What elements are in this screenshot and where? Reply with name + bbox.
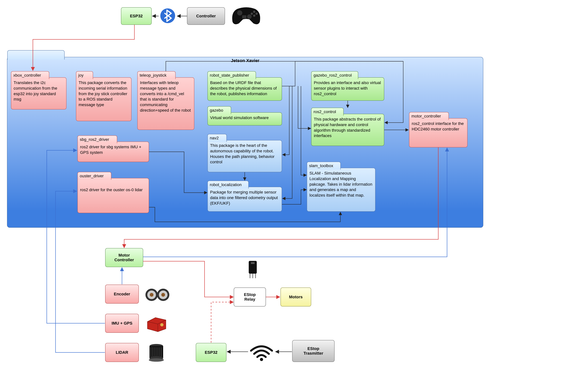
- motors-node: Motors: [280, 288, 311, 307]
- nav2-tab: nav2: [207, 134, 227, 142]
- motor-controller-folder: motor_controller ros2_control interface …: [409, 118, 467, 147]
- svg-point-18: [161, 293, 165, 297]
- svg-rect-9: [251, 262, 255, 264]
- ros2-control-tab: ros2_control: [311, 108, 344, 116]
- arrow-esp32b-to-estop: [211, 302, 233, 343]
- joy-body: This package converts the incoming seria…: [76, 77, 131, 121]
- esp32-top-node: ESP32: [121, 7, 152, 25]
- ros2-control-folder: ros2_control This package abstracts the …: [311, 114, 384, 146]
- svg-rect-7: [242, 15, 247, 19]
- gazebo-ros2-control-tab: gazebo_ros2_control: [311, 71, 358, 79]
- encoder-icon: [143, 286, 173, 304]
- gamepad-icon: [229, 3, 263, 28]
- gazebo-ros2-control-folder: gazebo_ros2_control Provides an interfac…: [311, 77, 384, 101]
- controller-node: Controller: [187, 7, 225, 25]
- estop-transmitter-label: EStop Trasmitter: [303, 346, 323, 356]
- encoder-node: Encoder: [105, 285, 139, 304]
- esp32-top-label: ESP32: [130, 14, 143, 18]
- svg-point-29: [149, 358, 164, 362]
- svg-point-4: [256, 12, 258, 15]
- gazebo-folder: gazebo Virtual world simulation software: [207, 112, 282, 125]
- estop-transmitter-node: EStop Trasmitter: [292, 340, 334, 362]
- lidar-icon: [146, 343, 167, 363]
- motor-controller-body: ros2_control interface for the HDC2460 m…: [409, 118, 467, 147]
- svg-point-1: [237, 10, 242, 15]
- lidar-node: LIDAR: [105, 343, 139, 362]
- robot-localization-tab: robot_localization: [207, 181, 249, 189]
- robot-state-publisher-folder: robot_state_publisher Based on the URDF …: [207, 77, 282, 101]
- bluetooth-icon: [159, 7, 176, 24]
- joy-folder: joy This package converts the incoming s…: [76, 77, 131, 121]
- sbg-ros2-driver-folder: sbg_ros2_driver ros2 driver for sbg syst…: [77, 142, 149, 162]
- robot-state-publisher-tab: robot_state_publisher: [207, 71, 256, 79]
- gazebo-body: Virtual world simulation software: [207, 112, 282, 125]
- teleop-joystick-tab: teleop_joystick: [137, 71, 176, 79]
- svg-point-15: [150, 293, 153, 297]
- svg-point-19: [160, 323, 163, 327]
- encoder-label: Encoder: [114, 292, 130, 296]
- wifi-icon: [248, 343, 275, 362]
- nav2-body: This package is the heart of the autonom…: [207, 140, 282, 172]
- controller-label: Controller: [196, 14, 216, 18]
- svg-point-3: [253, 11, 255, 13]
- esp32-bottom-label: ESP32: [205, 350, 217, 355]
- motor-controller-hw-label: Motor Controller: [114, 253, 134, 262]
- svg-point-6: [251, 12, 253, 15]
- slam-toolbox-body: SLAM - Simulataneous Localization and Ma…: [307, 168, 376, 212]
- gazebo-tab: gazebo: [207, 106, 231, 114]
- esp32-bottom-node: ESP32: [196, 343, 227, 362]
- robot-localization-folder: robot_localization Package for merging m…: [207, 187, 282, 212]
- nav2-folder: nav2 This package is the heart of the au…: [207, 140, 282, 172]
- robot-localization-body: Package for merging multiple sensor data…: [207, 187, 282, 212]
- lidar-label: LIDAR: [116, 350, 128, 355]
- joy-tab: joy: [76, 71, 93, 79]
- estop-relay-label: EStop Relay: [244, 292, 256, 302]
- imu-gps-label: IMU + GPS: [112, 321, 132, 326]
- jetson-xavier-title: Jetson Xavier: [231, 58, 259, 63]
- gazebo-ros2-control-body: Provides an interface and also virtual s…: [311, 77, 384, 101]
- xbox-controller-tab: xbox_controller: [11, 71, 49, 79]
- xbox-controller-folder: xbox_controller Translates the i2c commu…: [11, 77, 66, 109]
- ouster-driver-body: ros2 driver for the ouster os-0 lidar: [77, 178, 149, 213]
- svg-point-5: [253, 15, 255, 17]
- xbox-controller-body: Translates the i2c communication from th…: [11, 77, 66, 109]
- teleop-joystick-body: Interfaces with teleop message types and…: [137, 77, 194, 130]
- motors-label: Motors: [289, 295, 302, 299]
- svg-point-30: [260, 358, 263, 361]
- slam-toolbox-folder: slam_toolbox SLAM - Simulataneous Locali…: [307, 168, 376, 212]
- ouster-driver-folder: ouster_driver ros2 driver for the ouster…: [77, 178, 149, 213]
- jetson-xavier-tab: [7, 50, 65, 60]
- teleop-joystick-folder: teleop_joystick Interfaces with teleop m…: [137, 77, 194, 130]
- slam-toolbox-tab: slam_toolbox: [307, 162, 341, 170]
- relay-icon: [244, 258, 261, 282]
- motor-controller-tab: motor_controller: [409, 112, 449, 120]
- imu-icon: [145, 315, 170, 333]
- ouster-driver-tab: ouster_driver: [77, 172, 111, 180]
- motor-controller-hw-node: Motor Controller: [105, 248, 143, 267]
- svg-point-2: [247, 14, 252, 19]
- estop-relay-node: EStop Relay: [234, 288, 266, 307]
- sbg-ros2-driver-tab: sbg_ros2_driver: [77, 135, 117, 143]
- robot-state-publisher-body: Based on the URDF file that describes th…: [207, 77, 282, 101]
- sbg-ros2-driver-body: ros2 driver for sbg systems IMU + GPS sy…: [77, 142, 149, 162]
- imu-gps-node: IMU + GPS: [105, 314, 139, 333]
- ros2-control-body: This package abstracts the control of ph…: [311, 114, 384, 146]
